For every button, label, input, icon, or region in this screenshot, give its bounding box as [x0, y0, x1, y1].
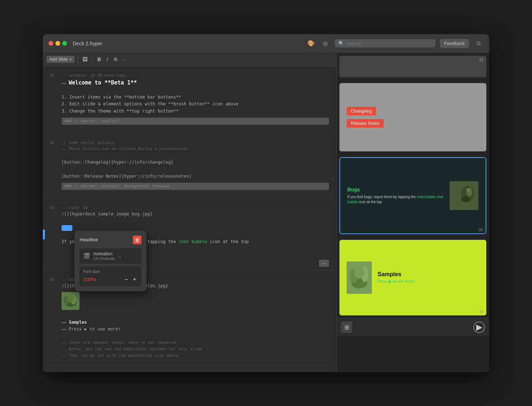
headline-popup: Headline 🗑 🎬 Animation Off (Default) ⌄: [75, 231, 146, 291]
slide-4-note3: ;; They can be set with the paintbrush i…: [62, 352, 329, 359]
slide-preview-1[interactable]: 01: [339, 56, 486, 77]
slide-2-preview-content: Changelog Release Notes 02: [339, 83, 486, 151]
chevron-down-icon: ⌄: [118, 252, 122, 259]
bold-button[interactable]: B: [95, 55, 103, 63]
svg-point-9: [461, 196, 470, 202]
fullscreen-button[interactable]: [62, 41, 67, 46]
present-icon[interactable]: ◎: [320, 38, 330, 49]
feedback-button[interactable]: Feedback: [440, 39, 469, 48]
editor-toolbar: Add Slide + 🖼 B I S ··: [43, 53, 336, 67]
title-bar: Deck 2.hyper 🎨 ◎ 🔍 Feedback ⧉: [43, 34, 489, 53]
three-dots-button[interactable]: ···: [319, 260, 329, 267]
add-slide-button[interactable]: Add Slide +: [46, 56, 75, 63]
slide-1-separator: ### :: master: regular1: [62, 118, 329, 125]
title-bar-right: 🎨 ◎ 🔍 Feedback ⧉: [306, 38, 483, 49]
slide-2-comment1: || Some useful actions.: [62, 140, 329, 146]
slide-3-text: Bugs If you find bugs, report them by ta…: [347, 187, 445, 205]
slide-1-line1: 1. Insert items via the **bottom bar but…: [62, 94, 329, 101]
slide-number-3: 03: [50, 205, 57, 265]
grid-view-button[interactable]: ⊞: [341, 321, 352, 333]
slide-4-sub: Press ▶ to see more!: [378, 279, 479, 284]
search-input[interactable]: [346, 41, 432, 46]
slide-2-comment2: ;; These buttons can be clicked during a…: [62, 146, 329, 152]
slide-1-preview-num: 01: [479, 58, 483, 62]
increase-font-button[interactable]: +: [131, 276, 138, 283]
popup-title: Headline: [80, 237, 98, 242]
slide-preview-2[interactable]: Changelog Release Notes 02: [339, 83, 486, 151]
slide-block-1: 01 :: animate: {0.30:move:top} ▬▬ Welcom…: [43, 67, 336, 134]
close-button[interactable]: [49, 41, 53, 46]
svg-point-14: [354, 266, 364, 279]
main-content: Add Slide + 🖼 B I S ·· 01 :: animate: {0…: [43, 53, 489, 372]
slide-1-preview-content: 01: [339, 56, 486, 77]
popup-font-section: Font Size 100% − +: [80, 266, 141, 286]
slide-2-code2: [button::Release Notes]{hyper://info/rel…: [62, 173, 329, 180]
palette-icon[interactable]: 🎨: [306, 38, 316, 49]
slide-4-note1: || These are speaker notes, they're not …: [62, 339, 329, 346]
slide-4-preview-content: Samples Press ▶ to see more! 04: [339, 240, 486, 315]
slide-1-line2: 2. Edit slide & element options with the…: [62, 101, 329, 108]
slide-3-color-bar: [62, 225, 72, 231]
slide-number-2: 02: [50, 140, 57, 193]
slide-1-headline-text: Welcome to **Beta 1**: [69, 79, 137, 86]
teafield-image: [62, 292, 80, 310]
play-button[interactable]: ▶: [473, 321, 485, 333]
slide-4-text: Samples Press ▶ to see more!: [378, 271, 479, 284]
animation-icon: 🎬: [83, 252, 90, 259]
italic-button[interactable]: I: [105, 55, 110, 63]
slide-preview-wrapper-2: Changelog Release Notes 02: [337, 80, 489, 154]
nav-arrow[interactable]: ›: [43, 229, 45, 240]
slide-1-comment1: :: animate: {0.30:move:top}: [62, 72, 329, 79]
more-button[interactable]: ··: [121, 55, 128, 63]
slide-1-headline: ▬▬ Welcome to **Beta 1**: [62, 78, 329, 87]
slide-preview-3[interactable]: Bugs If you find bugs, report them by ta…: [339, 157, 486, 234]
slide-2-preview-num: 02: [479, 146, 483, 150]
font-size-controls: 100% − +: [83, 276, 138, 283]
release-notes-button[interactable]: Release Notes: [347, 119, 384, 128]
slide-4-image: [347, 261, 372, 294]
decrease-font-button[interactable]: −: [123, 276, 130, 283]
slide-preview-wrapper-4: Samples Press ▶ to see more! 04: [337, 237, 489, 318]
search-bar[interactable]: 🔍: [335, 39, 436, 47]
slide-1-line3: 3. Change the theme with **top right but…: [62, 108, 329, 115]
slide-preview-wrapper-3: Bugs If you find bugs, report them by ta…: [337, 154, 489, 237]
popup-animation-info: Animation Off (Default): [93, 251, 115, 261]
animation-value: Off (Default): [93, 256, 115, 261]
slide-3-image: [450, 181, 478, 210]
search-icon: 🔍: [338, 41, 344, 46]
svg-point-4: [67, 295, 74, 303]
strikethrough-button[interactable]: S: [112, 55, 119, 63]
plus-icon: +: [69, 57, 72, 62]
minimize-button[interactable]: [55, 41, 60, 46]
slide-3-preview-num: 03: [479, 228, 483, 232]
traffic-lights: [49, 41, 67, 46]
slide-4-subline: ▬▬ Press ▶ to see more!: [62, 326, 329, 333]
bottom-left: ⊞: [341, 321, 352, 333]
slide-code-2: || Some useful actions. ;; These buttons…: [62, 140, 329, 193]
image-button[interactable]: 🖼: [81, 55, 89, 63]
slide-3-comment1: :: size: 50: [62, 205, 329, 211]
preview-pane: 01 Changelog Release Notes 02: [336, 53, 489, 372]
popup-header: Headline 🗑: [80, 236, 141, 244]
slide-preview-4[interactable]: Samples Press ▶ to see more! 04: [339, 240, 486, 315]
slide-4-headline-text: Samples: [69, 320, 87, 325]
slide-3-body: If you find bugs, report them by tapping…: [347, 195, 445, 205]
slide-4-note2: ;; Below, you can see the additional opt…: [62, 346, 329, 352]
slide-block-3: 03 :: size: 50 ![]{hyperdeck_sample_imag…: [43, 199, 336, 271]
changelog-button[interactable]: Changelog: [347, 107, 376, 115]
bottom-right: ▶: [473, 321, 485, 333]
slide-3-title: Bugs: [347, 187, 445, 192]
slide-3-preview-content: Bugs If you find bugs, report them by ta…: [340, 158, 486, 233]
toolbar-separator-2: [92, 56, 93, 63]
slide-4-title: Samples: [378, 271, 479, 278]
window-title: Deck 2.hyper: [73, 41, 303, 46]
slide-3-highlight: chat bubble: [417, 195, 436, 199]
slide-number-4: 04: [50, 277, 57, 359]
preview-bottom-bar: ⊞ ▶: [337, 318, 489, 336]
popup-animation-section[interactable]: 🎬 Animation Off (Default) ⌄: [80, 248, 141, 264]
slide-2-code1: [button::Changelog]{hyper://info/changel…: [62, 159, 329, 166]
font-size-value: 100%: [83, 277, 96, 282]
window-icon[interactable]: ⧉: [473, 38, 483, 49]
popup-delete-button[interactable]: 🗑: [133, 236, 141, 244]
toolbar-separator: [77, 56, 78, 63]
